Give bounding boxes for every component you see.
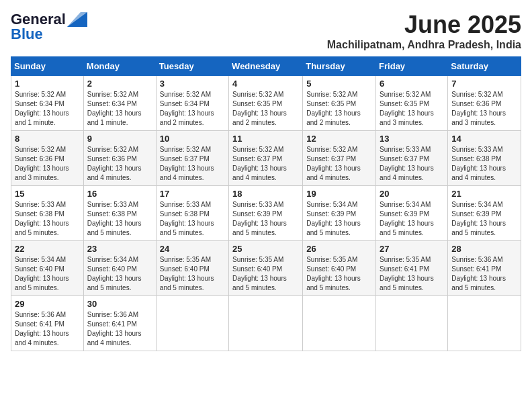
- calendar-cell: 3 Sunrise: 5:32 AMSunset: 6:34 PMDayligh…: [156, 76, 228, 131]
- cell-info: Sunrise: 5:36 AMSunset: 6:41 PMDaylight:…: [87, 310, 152, 348]
- cell-info: Sunrise: 5:35 AMSunset: 6:40 PMDaylight:…: [306, 255, 372, 293]
- day-number: 9: [87, 134, 152, 144]
- calendar-cell: [156, 296, 228, 351]
- col-friday: Friday: [376, 57, 448, 76]
- col-tuesday: Tuesday: [156, 57, 228, 76]
- calendar-cell: 2 Sunrise: 5:32 AMSunset: 6:34 PMDayligh…: [83, 76, 156, 131]
- svg-marker-1: [67, 12, 87, 27]
- day-number: 7: [451, 79, 517, 89]
- cell-info: Sunrise: 5:36 AMSunset: 6:41 PMDaylight:…: [15, 310, 80, 348]
- cell-info: Sunrise: 5:32 AMSunset: 6:35 PMDaylight:…: [232, 90, 299, 128]
- calendar-cell: 28 Sunrise: 5:36 AMSunset: 6:41 PMDaylig…: [448, 241, 521, 296]
- day-number: 22: [15, 244, 80, 254]
- calendar-cell: 17 Sunrise: 5:33 AMSunset: 6:38 PMDaylig…: [156, 186, 228, 241]
- calendar-cell: 21 Sunrise: 5:34 AMSunset: 6:39 PMDaylig…: [448, 186, 521, 241]
- cell-info: Sunrise: 5:34 AMSunset: 6:39 PMDaylight:…: [380, 200, 444, 238]
- day-number: 6: [380, 79, 444, 89]
- col-sunday: Sunday: [11, 57, 84, 76]
- cell-info: Sunrise: 5:34 AMSunset: 6:40 PMDaylight:…: [87, 255, 152, 293]
- calendar-cell: 5 Sunrise: 5:32 AMSunset: 6:35 PMDayligh…: [303, 76, 376, 131]
- calendar-cell: 15 Sunrise: 5:33 AMSunset: 6:38 PMDaylig…: [11, 186, 84, 241]
- cell-info: Sunrise: 5:32 AMSunset: 6:37 PMDaylight:…: [232, 145, 299, 183]
- cell-info: Sunrise: 5:32 AMSunset: 6:37 PMDaylight:…: [160, 145, 225, 183]
- day-number: 20: [380, 189, 444, 199]
- calendar-cell: 24 Sunrise: 5:35 AMSunset: 6:40 PMDaylig…: [156, 241, 228, 296]
- cell-info: Sunrise: 5:32 AMSunset: 6:36 PMDaylight:…: [15, 145, 80, 183]
- day-number: 26: [306, 244, 372, 254]
- cell-info: Sunrise: 5:36 AMSunset: 6:41 PMDaylight:…: [451, 255, 517, 293]
- cell-info: Sunrise: 5:32 AMSunset: 6:34 PMDaylight:…: [160, 90, 225, 128]
- header: General Blue June 2025 Machilipatnam, An…: [11, 11, 521, 51]
- cell-info: Sunrise: 5:35 AMSunset: 6:40 PMDaylight:…: [232, 255, 299, 293]
- col-saturday: Saturday: [448, 57, 521, 76]
- day-number: 21: [451, 189, 517, 199]
- cell-info: Sunrise: 5:32 AMSunset: 6:36 PMDaylight:…: [451, 90, 517, 128]
- calendar-cell: 20 Sunrise: 5:34 AMSunset: 6:39 PMDaylig…: [376, 186, 448, 241]
- logo-icon: [67, 12, 87, 27]
- calendar-table: Sunday Monday Tuesday Wednesday Thursday…: [11, 56, 521, 351]
- calendar-cell: 7 Sunrise: 5:32 AMSunset: 6:36 PMDayligh…: [448, 76, 521, 131]
- calendar-week-row: 8 Sunrise: 5:32 AMSunset: 6:36 PMDayligh…: [11, 131, 521, 186]
- calendar-cell: 29 Sunrise: 5:36 AMSunset: 6:41 PMDaylig…: [11, 296, 84, 351]
- cell-info: Sunrise: 5:32 AMSunset: 6:35 PMDaylight:…: [380, 90, 444, 128]
- day-number: 24: [160, 244, 225, 254]
- calendar-cell: 26 Sunrise: 5:35 AMSunset: 6:40 PMDaylig…: [303, 241, 376, 296]
- title-block: June 2025 Machilipatnam, Andhra Pradesh,…: [327, 11, 521, 51]
- calendar-cell: 18 Sunrise: 5:33 AMSunset: 6:39 PMDaylig…: [229, 186, 303, 241]
- day-number: 11: [232, 134, 299, 144]
- day-number: 12: [306, 134, 372, 144]
- calendar-cell: 19 Sunrise: 5:34 AMSunset: 6:39 PMDaylig…: [303, 186, 376, 241]
- day-number: 13: [380, 134, 444, 144]
- day-number: 17: [160, 189, 225, 199]
- day-number: 1: [15, 79, 80, 89]
- day-number: 27: [380, 244, 444, 254]
- cell-info: Sunrise: 5:33 AMSunset: 6:38 PMDaylight:…: [160, 200, 225, 238]
- calendar-cell: 30 Sunrise: 5:36 AMSunset: 6:41 PMDaylig…: [83, 296, 156, 351]
- cell-info: Sunrise: 5:33 AMSunset: 6:38 PMDaylight:…: [15, 200, 80, 238]
- cell-info: Sunrise: 5:34 AMSunset: 6:39 PMDaylight:…: [306, 200, 372, 238]
- calendar-header-row: Sunday Monday Tuesday Wednesday Thursday…: [11, 57, 521, 76]
- cell-info: Sunrise: 5:33 AMSunset: 6:37 PMDaylight:…: [380, 145, 444, 183]
- day-number: 30: [87, 299, 152, 309]
- day-number: 5: [306, 79, 372, 89]
- day-number: 14: [451, 134, 517, 144]
- day-number: 23: [87, 244, 152, 254]
- day-number: 3: [160, 79, 225, 89]
- col-wednesday: Wednesday: [229, 57, 303, 76]
- cell-info: Sunrise: 5:33 AMSunset: 6:39 PMDaylight:…: [232, 200, 299, 238]
- calendar-week-row: 1 Sunrise: 5:32 AMSunset: 6:34 PMDayligh…: [11, 76, 521, 131]
- calendar-cell: 16 Sunrise: 5:33 AMSunset: 6:38 PMDaylig…: [83, 186, 156, 241]
- logo-blue-text: Blue: [11, 26, 43, 43]
- calendar-cell: 6 Sunrise: 5:32 AMSunset: 6:35 PMDayligh…: [376, 76, 448, 131]
- month-title: June 2025: [327, 11, 521, 39]
- day-number: 10: [160, 134, 225, 144]
- calendar-cell: 23 Sunrise: 5:34 AMSunset: 6:40 PMDaylig…: [83, 241, 156, 296]
- calendar-cell: 27 Sunrise: 5:35 AMSunset: 6:41 PMDaylig…: [376, 241, 448, 296]
- calendar-cell: 25 Sunrise: 5:35 AMSunset: 6:40 PMDaylig…: [229, 241, 303, 296]
- day-number: 8: [15, 134, 80, 144]
- col-monday: Monday: [83, 57, 156, 76]
- calendar-cell: 1 Sunrise: 5:32 AMSunset: 6:34 PMDayligh…: [11, 76, 84, 131]
- cell-info: Sunrise: 5:32 AMSunset: 6:34 PMDaylight:…: [87, 90, 152, 128]
- day-number: 19: [306, 189, 372, 199]
- location-title: Machilipatnam, Andhra Pradesh, India: [327, 39, 521, 51]
- calendar-cell: [229, 296, 303, 351]
- cell-info: Sunrise: 5:35 AMSunset: 6:40 PMDaylight:…: [160, 255, 225, 293]
- cell-info: Sunrise: 5:34 AMSunset: 6:40 PMDaylight:…: [15, 255, 80, 293]
- cell-info: Sunrise: 5:32 AMSunset: 6:37 PMDaylight:…: [306, 145, 372, 183]
- day-number: 29: [15, 299, 80, 309]
- logo: General Blue: [11, 11, 87, 43]
- calendar-cell: 13 Sunrise: 5:33 AMSunset: 6:37 PMDaylig…: [376, 131, 448, 186]
- cell-info: Sunrise: 5:33 AMSunset: 6:38 PMDaylight:…: [451, 145, 517, 183]
- day-number: 28: [451, 244, 517, 254]
- cell-info: Sunrise: 5:35 AMSunset: 6:41 PMDaylight:…: [380, 255, 444, 293]
- day-number: 15: [15, 189, 80, 199]
- cell-info: Sunrise: 5:33 AMSunset: 6:38 PMDaylight:…: [87, 200, 152, 238]
- calendar-cell: 22 Sunrise: 5:34 AMSunset: 6:40 PMDaylig…: [11, 241, 84, 296]
- cell-info: Sunrise: 5:32 AMSunset: 6:36 PMDaylight:…: [87, 145, 152, 183]
- calendar-cell: 4 Sunrise: 5:32 AMSunset: 6:35 PMDayligh…: [229, 76, 303, 131]
- cell-info: Sunrise: 5:34 AMSunset: 6:39 PMDaylight:…: [451, 200, 517, 238]
- col-thursday: Thursday: [303, 57, 376, 76]
- calendar-cell: 8 Sunrise: 5:32 AMSunset: 6:36 PMDayligh…: [11, 131, 84, 186]
- calendar-cell: [376, 296, 448, 351]
